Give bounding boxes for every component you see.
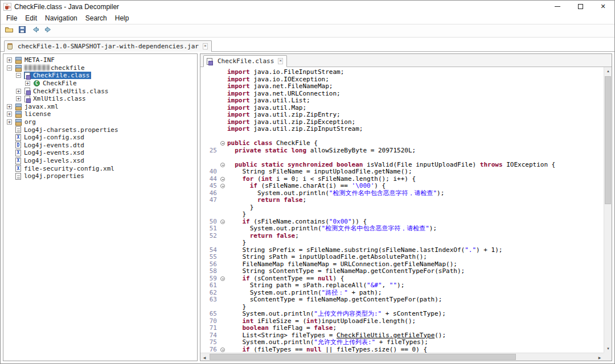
fold-collapse-icon[interactable] (220, 220, 225, 224)
fold-column (219, 83, 227, 90)
xml-file-icon (15, 165, 21, 172)
horizontal-scroll-thumb[interactable] (210, 354, 516, 360)
main-content: +META-INF−checkfile−CheckFile.class+Chec… (1, 52, 614, 363)
tree-item-log4j-levels-xsd[interactable]: Log4j-levels.xsd (3, 157, 197, 165)
fold-column (219, 233, 227, 240)
tree-item-log4j-config-xsd[interactable]: Log4j-config.xsd (3, 134, 197, 142)
expand-icon[interactable]: + (25, 81, 30, 86)
fold-column (219, 176, 227, 183)
line-number (200, 119, 219, 126)
expand-icon[interactable]: + (7, 104, 12, 109)
close-icon[interactable]: ✕ (203, 43, 208, 49)
fold-collapse-icon[interactable] (220, 184, 225, 188)
tree-item-checkfile[interactable]: −checkfile (3, 64, 197, 72)
tree-item-log4j-charsets-properties[interactable]: Log4j-charsets.properties (3, 126, 197, 134)
tree-item-file-security-config-xml[interactable]: file-security-config.xml (3, 164, 197, 172)
scroll-right-icon[interactable]: ▶ (596, 353, 604, 361)
collapse-icon[interactable]: − (7, 65, 12, 71)
expand-icon[interactable]: + (7, 119, 12, 125)
line-number (200, 90, 219, 98)
save-disk-icon (18, 25, 27, 36)
tree-item-log4j-events-dtd[interactable]: Log4j-events.dtd (3, 142, 197, 150)
line-number (200, 204, 219, 212)
horizontal-scrollbar[interactable]: ◀ ▶ (200, 353, 604, 361)
file-tree[interactable]: +META-INF−checkfile−CheckFile.class+Chec… (3, 53, 198, 361)
tree-item-label: META-INF (24, 56, 55, 64)
editor-tab-label: CheckFile.class (218, 57, 274, 65)
fold-collapse-icon[interactable] (220, 177, 225, 181)
fold-collapse-icon[interactable] (220, 348, 225, 352)
tab-checkfile-class[interactable]: CheckFile.class ✕ (203, 55, 287, 67)
tree-item-org[interactable]: +org (3, 118, 197, 126)
navigate-forward-button[interactable] (43, 25, 54, 36)
scrollbar-corner (604, 353, 612, 361)
menu-edit[interactable]: Edit (21, 13, 41, 23)
fold-column (219, 126, 227, 133)
vertical-scroll-thumb[interactable] (605, 76, 611, 204)
expand-icon[interactable]: + (7, 111, 12, 117)
package-icon (15, 104, 22, 110)
line-number: 45 (200, 183, 219, 190)
code-reference-link[interactable]: CheckFileUtils.getFileType (337, 332, 434, 339)
fold-column (219, 325, 227, 332)
close-icon[interactable]: ✕ (278, 58, 283, 64)
tree-item-checkfile-class[interactable]: −CheckFile.class (3, 72, 197, 80)
expand-icon[interactable]: + (16, 89, 21, 94)
expand-icon[interactable]: + (7, 57, 12, 63)
vertical-scrollbar[interactable]: ▲ ▼ (604, 67, 612, 353)
expand-icon[interactable]: + (16, 96, 21, 101)
fold-column (219, 225, 227, 233)
fold-column (219, 339, 227, 346)
line-number (200, 239, 219, 247)
tab-jar-file[interactable]: checkFile-1.0-SNAPSHOT-jar-with-dependen… (4, 40, 212, 52)
menu-help[interactable]: Help (111, 13, 133, 23)
line-number (200, 76, 219, 84)
tree-item-checkfile[interactable]: +CheckFile (3, 80, 197, 88)
xml-file-icon (15, 134, 21, 141)
navigate-back-button[interactable] (30, 25, 41, 36)
maximize-button[interactable] (569, 1, 592, 13)
fold-column (219, 69, 227, 76)
menu-file[interactable]: File (2, 13, 21, 23)
open-folder-icon (5, 25, 14, 36)
scroll-down-icon[interactable]: ▼ (604, 345, 612, 353)
close-icon: ✕ (600, 3, 605, 10)
minimize-button[interactable] (546, 1, 569, 13)
menu-navigation[interactable]: Navigation (41, 13, 81, 23)
expander-spacer (7, 158, 12, 163)
fold-collapse-icon[interactable] (220, 163, 225, 167)
line-number: 40 (200, 168, 219, 176)
fold-column (219, 332, 227, 340)
fold-column (219, 218, 227, 226)
fold-column (219, 190, 227, 197)
tree-item-xmlutils-class[interactable]: +XmlUtils.class (3, 95, 197, 103)
fold-column (219, 76, 227, 84)
scroll-up-icon[interactable]: ▲ (604, 67, 612, 75)
tree-item-checkfileutils-class[interactable]: +CheckFileUtils.class (3, 87, 197, 95)
collapse-icon[interactable]: − (16, 73, 21, 78)
line-number: 65 (200, 311, 219, 318)
close-button[interactable]: ✕ (592, 1, 614, 13)
tree-item-log4j-events-xsd[interactable]: Log4j-events.xsd (3, 149, 197, 157)
line-number: 51 (200, 225, 219, 233)
fold-collapse-icon[interactable] (220, 276, 225, 281)
tree-item-meta-inf[interactable]: +META-INF (3, 56, 197, 64)
tree-item-label: javax.xml (24, 103, 59, 110)
line-number (200, 111, 219, 119)
tree-item-license[interactable]: +license (3, 110, 197, 118)
editor-tab-bar: CheckFile.class ✕ (200, 54, 612, 67)
code-lines[interactable]: import java.io.FileInputStream;import ja… (200, 67, 604, 353)
code-line: 25 private static long allowSizeByByte =… (200, 147, 604, 155)
scroll-left-icon[interactable]: ◀ (200, 353, 208, 361)
menu-search[interactable]: Search (81, 13, 111, 23)
save-all-sources-button[interactable] (17, 25, 28, 36)
line-number: 76 (200, 346, 219, 353)
fold-column (219, 261, 227, 268)
tree-item-javax-xml[interactable]: +javax.xml (3, 103, 197, 111)
tree-item-label: file-security-config.xml (24, 165, 114, 172)
fold-column (219, 183, 227, 190)
fold-collapse-icon[interactable] (220, 141, 225, 146)
tree-item-log4j-properties[interactable]: log4j.properties (3, 172, 197, 180)
open-file-button[interactable] (3, 25, 15, 36)
fold-column (219, 211, 227, 218)
